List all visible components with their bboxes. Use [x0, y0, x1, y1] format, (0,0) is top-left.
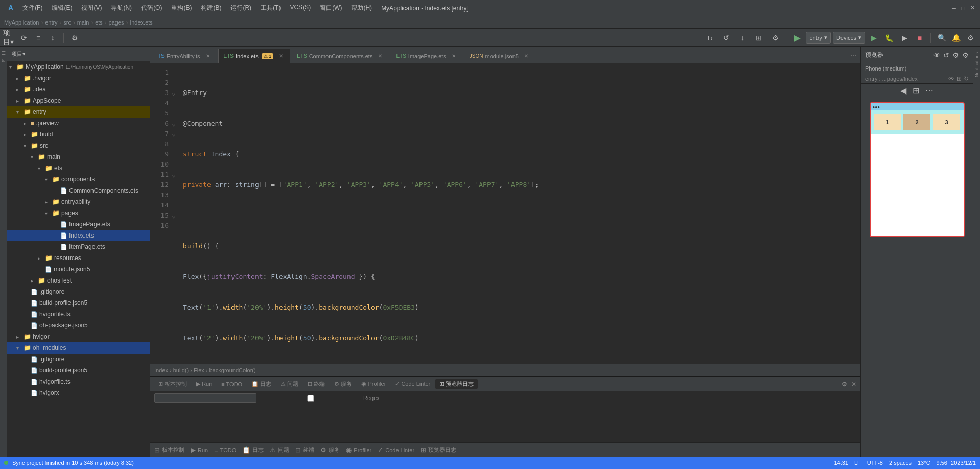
menu-tools[interactable]: 工具(T)	[256, 3, 285, 13]
bottom-tab-preview-log[interactable]: ⊞ 预览器日志	[435, 379, 478, 389]
more-device-button[interactable]: ⋯	[925, 86, 934, 96]
tab-imagepage[interactable]: ETS ImagePage.ets ✕	[390, 49, 462, 63]
menu-help[interactable]: 帮助(H)	[347, 3, 376, 13]
menu-run[interactable]: 运行(R)	[226, 3, 255, 13]
settings-button[interactable]: ⚙	[68, 31, 81, 44]
menu-code[interactable]: 代码(O)	[137, 3, 166, 13]
fold-button-11[interactable]: ⌄	[171, 170, 177, 180]
regex-checkbox[interactable]	[260, 395, 362, 402]
tree-item-build[interactable]: ▸ 📁 build	[7, 129, 150, 140]
preview-eye-button[interactable]: 👁	[933, 51, 940, 59]
menu-file[interactable]: 文件(F)	[18, 3, 46, 13]
tree-item-resources[interactable]: ▸ 📁 resources	[7, 252, 150, 264]
settings2-button[interactable]: ⚙	[768, 31, 782, 44]
breadcrumb-src[interactable]: src	[63, 19, 71, 26]
fold-button-6[interactable]: ⌄	[171, 119, 177, 129]
log-search-input[interactable]	[154, 393, 256, 403]
tree-item-ets[interactable]: ▾ 📁 ets	[7, 162, 150, 174]
menu-nav[interactable]: 导航(N)	[107, 3, 136, 13]
menu-build[interactable]: 构建(B)	[197, 3, 225, 13]
menu-refactor[interactable]: 重构(B)	[167, 3, 196, 13]
bottom-tab-services[interactable]: ⚙ 服务	[330, 379, 356, 389]
indent-indicator[interactable]: 2 spaces	[889, 460, 912, 466]
tree-item-myapp[interactable]: ▾ 📁 MyApplication E:\HarmonyOS\MyApplica…	[7, 61, 150, 73]
breadcrumb-file[interactable]: Index.ets	[130, 19, 153, 26]
preview-settings-button[interactable]: ⚙	[962, 51, 969, 59]
terminal-tool-button[interactable]: ⊡ 终端	[295, 446, 314, 454]
tree-item-hvigor3[interactable]: ▸ 📄 hvigorx	[7, 387, 150, 398]
maximize-button[interactable]: □	[960, 5, 967, 12]
profile-button[interactable]: ▶	[898, 31, 911, 44]
tab-commoncomp[interactable]: ETS CommonComponents.ets ✕	[291, 49, 389, 63]
refresh-button[interactable]: ↺	[719, 31, 733, 44]
tab-close-button[interactable]: ✕	[450, 53, 457, 60]
breadcrumb-myapp[interactable]: MyApplication	[4, 19, 39, 26]
tree-item-buildprofile[interactable]: ▸ 📄 build-profile.json5	[7, 297, 150, 309]
codelinter-tool-button[interactable]: ✓ Code Linter	[378, 446, 414, 454]
fold-button-3[interactable]: ⌄	[171, 88, 177, 98]
menu-view[interactable]: 视图(V)	[77, 3, 106, 13]
expand-button[interactable]: ≡	[32, 31, 45, 44]
tree-item-modulejson[interactable]: ▸ 📄 module.json5	[7, 264, 150, 275]
project-header-label[interactable]: 项目▾	[11, 50, 26, 58]
run-button[interactable]: ▶	[790, 31, 804, 44]
prev-device-button[interactable]: ◀	[900, 86, 906, 96]
tree-item-ohostest[interactable]: ▸ 📁 ohosTest	[7, 275, 150, 286]
tree-item-entryability[interactable]: ▸ 📁 entryability	[7, 196, 150, 207]
log-tool-button[interactable]: 📋 日志	[242, 446, 264, 454]
tree-item-hvigor2[interactable]: ▸ 📁 hvigor	[7, 331, 150, 342]
devices-dropdown[interactable]: Devices ▾	[833, 32, 865, 44]
structure-icon[interactable]: ⊡	[1, 57, 7, 63]
line-ending-indicator[interactable]: LF	[854, 460, 861, 466]
tree-item-entry[interactable]: ▾ 📁 entry	[7, 106, 150, 118]
preview-more-button[interactable]: ⚙	[952, 51, 959, 59]
profiler-tool-button[interactable]: ◉ Profiler	[346, 446, 371, 454]
tree-item-ohpackage[interactable]: ▸ 📄 oh-package.json5	[7, 320, 150, 331]
search-button[interactable]: 🔍	[935, 31, 948, 44]
tab-modulejson[interactable]: JSON module.json5 ✕	[464, 49, 535, 63]
preview-refresh-btn[interactable]: ↻	[964, 75, 969, 82]
menu-edit[interactable]: 编辑(E)	[48, 3, 76, 13]
breadcrumb-ets[interactable]: ets	[95, 19, 103, 26]
line-col-indicator[interactable]: 14:31	[834, 460, 848, 466]
tree-item-idea[interactable]: ▸ 📁 .idea	[7, 84, 150, 95]
bottom-tab-codelinter[interactable]: ✓ Code Linter	[391, 380, 434, 388]
tree-item-pages[interactable]: ▾ 📁 pages	[7, 207, 150, 219]
fold-button-15[interactable]: ⌄	[171, 210, 177, 221]
services-tool-button[interactable]: ⚙ 服务	[320, 446, 340, 454]
tab-close-button[interactable]: ✕	[523, 53, 530, 60]
sort-button[interactable]: ↕	[46, 31, 59, 44]
menu-vcs[interactable]: VCS(S)	[286, 3, 315, 13]
preview-eye-btn[interactable]: 👁	[948, 75, 954, 82]
breadcrumb-entry[interactable]: entry	[45, 19, 57, 26]
stop-button[interactable]: ■	[913, 31, 926, 44]
preview-grid-btn[interactable]: ⊞	[956, 75, 962, 82]
gear3-button[interactable]: ⚙	[964, 31, 977, 44]
tree-item-hvigorfile[interactable]: ▸ 📄 hvigorfile.ts	[7, 309, 150, 320]
sync-button[interactable]: ⟳	[17, 31, 31, 44]
bottom-panel-close[interactable]: ✕	[851, 381, 856, 388]
charset-indicator[interactable]: UTF-8	[867, 460, 883, 466]
code-content[interactable]: @Entry @Component struct Index { private…	[177, 63, 860, 364]
tree-item-appscope[interactable]: ▸ 📁 AppScope	[7, 95, 150, 106]
tree-item-hvigorfile2[interactable]: ▸ 📄 hvigorfile.ts	[7, 376, 150, 387]
menu-window[interactable]: 窗口(W)	[316, 3, 346, 13]
download-button[interactable]: ↓	[736, 31, 749, 44]
bottom-tab-vcs[interactable]: ⊞ 板本控制	[154, 379, 191, 389]
problems-tool-button[interactable]: ⚠ 问题	[270, 446, 289, 454]
bottom-panel-settings[interactable]: ⚙	[842, 381, 847, 388]
bottom-tab-run[interactable]: ▶ Run	[192, 380, 216, 388]
tree-item-preview[interactable]: ▸ ■ .preview	[7, 118, 150, 129]
tree-item-imagepage[interactable]: ▸ 📄 ImagePage.ets	[7, 219, 150, 230]
tree-item-indexets[interactable]: ▸ 📄 Index.ets	[7, 230, 150, 241]
rotate-device-button[interactable]: ⊞	[913, 86, 919, 96]
preview-log-tool-button[interactable]: ⊞ 预览器日志	[421, 446, 456, 454]
tree-item-ohmodules[interactable]: ▾ 📁 oh_modules	[7, 342, 150, 354]
notification-button[interactable]: 🔔	[949, 31, 963, 44]
tab-entryability[interactable]: TS EntryAbility.ts ✕	[152, 49, 217, 63]
bottom-tab-problems[interactable]: ⚠ 问题	[276, 379, 302, 389]
tab-close-button[interactable]: ✕	[204, 53, 212, 60]
todo-tool-button[interactable]: ≡ TODO	[214, 446, 236, 454]
tab-close-button[interactable]: ✕	[377, 53, 384, 60]
tree-item-src[interactable]: ▾ 📁 src	[7, 140, 150, 151]
